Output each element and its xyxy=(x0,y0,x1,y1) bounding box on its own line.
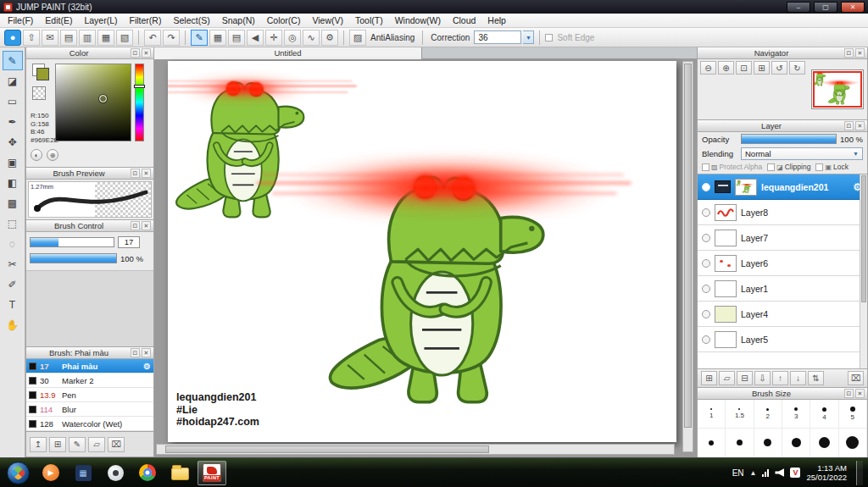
popout-icon[interactable]: ⊡ xyxy=(844,48,854,58)
menu-select[interactable]: Select(S) xyxy=(167,14,215,26)
brush-row[interactable]: 17 Phai màu ⚙ xyxy=(26,359,153,374)
color-cursor-icon[interactable] xyxy=(99,95,107,102)
jump-paint-button[interactable]: PAINT xyxy=(198,461,226,485)
layer-visibility-toggle[interactable] xyxy=(702,310,710,318)
edit-tool[interactable]: ✐ xyxy=(3,274,23,294)
move-layer-down-button[interactable]: ↓ xyxy=(790,371,806,385)
media-player-button[interactable]: ▶ xyxy=(36,461,65,485)
layer-row[interactable]: Layer4 xyxy=(698,302,867,327)
layer-visibility-toggle[interactable] xyxy=(702,183,710,191)
lock-checkbox[interactable] xyxy=(815,163,823,171)
layer-list-scrollbar[interactable] xyxy=(860,174,867,368)
menu-edit[interactable]: Edit(E) xyxy=(39,14,78,26)
undo-button[interactable]: ↶ xyxy=(144,30,161,46)
zoom-in-button[interactable]: ⊕ xyxy=(718,61,734,75)
menu-view[interactable]: View(V) xyxy=(306,14,349,26)
brush-row[interactable]: 30 Marker 2 xyxy=(26,374,153,388)
curve-guide-button[interactable]: ∿ xyxy=(303,30,320,46)
add-brush-button[interactable]: ↥ xyxy=(30,437,47,452)
layer-row[interactable]: Layer1 xyxy=(698,276,867,302)
view-single-button[interactable]: ▤ xyxy=(60,30,77,46)
layer-visibility-toggle[interactable] xyxy=(702,335,710,344)
popout-icon[interactable]: ⊡ xyxy=(131,221,140,230)
view-rows-button[interactable]: ▧ xyxy=(116,30,133,46)
layer-row[interactable]: Layer7 xyxy=(698,225,867,251)
color-wheel-button[interactable]: ◐ xyxy=(31,149,42,161)
brush-size-option[interactable]: 3 xyxy=(782,400,810,429)
brush-size-option[interactable]: 1 xyxy=(698,400,726,429)
start-button[interactable] xyxy=(7,462,30,484)
fit-view-button[interactable]: ⊡ xyxy=(736,61,752,75)
brush-row[interactable]: 114 Blur xyxy=(26,402,153,417)
chrome-button[interactable] xyxy=(133,461,162,485)
layer-row[interactable]: Layer8 xyxy=(698,200,867,225)
eraser-tool[interactable]: ◪ xyxy=(3,71,23,91)
close-icon[interactable]: ✕ xyxy=(855,389,865,398)
select-tool[interactable]: ⬚ xyxy=(3,213,23,233)
scissors-tool[interactable]: ✂ xyxy=(3,254,23,274)
show-desktop-button[interactable] xyxy=(856,461,863,485)
move-layer-up-button[interactable]: ↑ xyxy=(772,371,788,385)
hand-tool[interactable]: ✋ xyxy=(3,315,23,335)
brush-size-option[interactable] xyxy=(698,429,726,457)
view-grid-button[interactable]: ▦ xyxy=(97,30,114,46)
settings-button[interactable]: ⚙ xyxy=(321,30,338,46)
menu-filter[interactable]: Filter(R) xyxy=(124,14,168,26)
saturation-value-picker[interactable] xyxy=(55,64,131,141)
layer-visibility-toggle[interactable] xyxy=(702,259,710,268)
close-icon[interactable]: ✕ xyxy=(142,169,151,178)
popout-icon[interactable]: ⊡ xyxy=(131,48,140,58)
blending-select[interactable]: Normal ▼ xyxy=(741,147,863,160)
hue-cursor-icon[interactable] xyxy=(134,85,145,88)
language-indicator[interactable]: EN xyxy=(732,468,744,478)
popout-icon[interactable]: ⊡ xyxy=(131,348,140,357)
soft-edge-checkbox[interactable] xyxy=(545,34,553,42)
gradient-tool[interactable]: ▩ xyxy=(3,193,23,213)
close-icon[interactable]: ✕ xyxy=(142,48,151,58)
foreground-color-swatch[interactable] xyxy=(36,68,49,80)
layer-visibility-toggle[interactable] xyxy=(702,234,710,242)
brush-tool-button[interactable]: ✎ xyxy=(191,30,208,46)
hue-slider[interactable] xyxy=(135,64,144,141)
horizontal-scrollbar[interactable] xyxy=(156,444,675,455)
delete-layer-button[interactable]: ⌧ xyxy=(848,371,864,385)
brush-settings-icon[interactable]: ⚙ xyxy=(143,362,151,371)
brush-tool[interactable]: ✎ xyxy=(3,51,23,70)
vertical-scrollbar[interactable] xyxy=(682,61,693,452)
menu-tool[interactable]: Tool(T) xyxy=(349,14,389,26)
explorer-button[interactable] xyxy=(165,461,194,485)
menu-snap[interactable]: Snap(N) xyxy=(216,14,261,26)
new-layer-button[interactable]: ⊞ xyxy=(701,371,717,385)
network-icon[interactable] xyxy=(762,468,769,477)
maximize-button[interactable]: ▢ xyxy=(814,2,837,13)
merge-down-button[interactable]: ⇩ xyxy=(754,371,771,385)
brush-size-option[interactable]: 1.5 xyxy=(726,400,754,429)
popout-icon[interactable]: ⊡ xyxy=(131,169,140,178)
scrollbar-thumb[interactable] xyxy=(165,445,489,453)
brush-size-option[interactable] xyxy=(754,429,782,457)
brush-size-option[interactable] xyxy=(839,429,867,457)
upload-button[interactable]: ⇧ xyxy=(23,30,40,46)
symmetry-button[interactable]: ◀ xyxy=(247,30,264,46)
layer-row[interactable]: Layer6 xyxy=(698,251,867,276)
new-folder-button[interactable]: ▱ xyxy=(719,371,735,385)
close-icon[interactable]: ✕ xyxy=(142,221,151,230)
menu-layer[interactable]: Layer(L) xyxy=(78,14,123,26)
layer-visibility-toggle[interactable] xyxy=(702,208,710,217)
palette-button[interactable]: ⊕ xyxy=(47,149,58,161)
edit-brush-button[interactable]: ✎ xyxy=(69,437,86,452)
actual-size-button[interactable]: ⊞ xyxy=(754,61,770,75)
rotate-left-button[interactable]: ↺ xyxy=(771,61,787,75)
close-button[interactable]: ✕ xyxy=(841,2,865,13)
brush-size-option[interactable]: 2 xyxy=(754,400,782,429)
text-tool[interactable]: T xyxy=(3,295,23,314)
tray-expand-icon[interactable]: ▲ xyxy=(750,469,757,477)
rotate-right-button[interactable]: ↻ xyxy=(789,61,805,75)
grid-toggle-button[interactable]: ▦ xyxy=(209,30,226,46)
minimize-button[interactable]: – xyxy=(787,2,810,13)
photos-button[interactable]: ▦ xyxy=(69,461,97,485)
menu-window[interactable]: Window(W) xyxy=(389,14,447,26)
antivirus-tray-icon[interactable]: V xyxy=(790,468,800,478)
brush-size-option[interactable]: 4 xyxy=(810,400,838,429)
new-brush-button[interactable]: ⊞ xyxy=(49,437,66,452)
